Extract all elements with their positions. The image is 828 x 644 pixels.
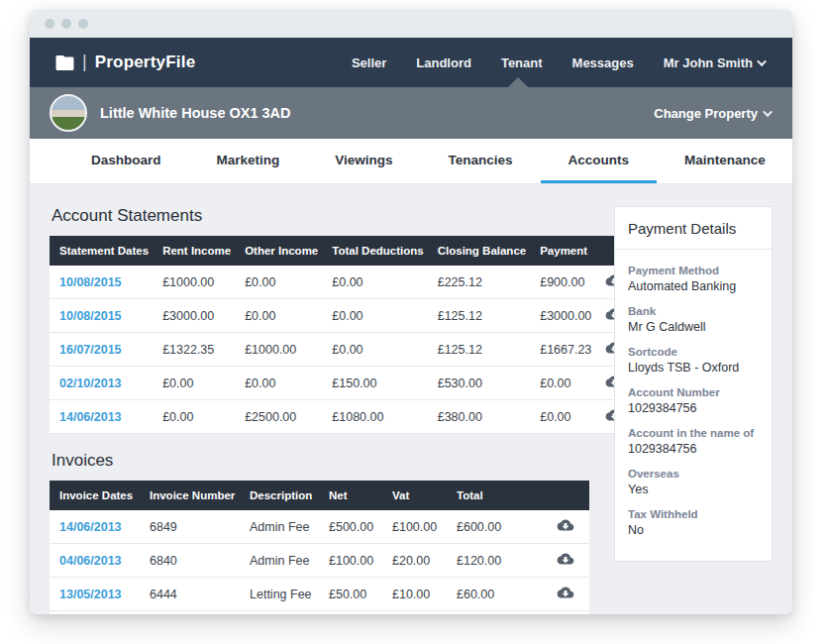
- total-deductions-value: £0.00: [324, 299, 429, 333]
- invoice-date-link[interactable]: 14/06/2013: [59, 520, 122, 534]
- window-control-dot[interactable]: [61, 19, 71, 29]
- statement-date-link[interactable]: 10/08/2015: [59, 275, 122, 289]
- invoices-header-row: Invoice Dates Invoice Number Description…: [50, 481, 589, 510]
- brand-logo[interactable]: | PropertyFile: [55, 53, 195, 72]
- tax-withheld-field: Tax Withheld No: [628, 508, 759, 537]
- col-invoice-dates: Invoice Dates: [50, 481, 142, 510]
- total-value: £120.00: [449, 544, 545, 578]
- total-value: £60.00: [449, 578, 545, 611]
- col-description: Description: [242, 481, 321, 510]
- payment-details-body: Payment Method Automated Banking Bank Mr…: [615, 250, 772, 561]
- statement-date-link[interactable]: 02/10/2013: [59, 376, 122, 390]
- nav-item-messages[interactable]: Messages: [572, 55, 634, 70]
- rent-income-value: £0.00: [155, 367, 237, 400]
- main-column: Account Statements Statement Dates Rent …: [50, 198, 589, 614]
- total-deductions-value: £150.00: [324, 367, 429, 400]
- description-value: Letting Fee: [242, 578, 321, 611]
- table-row: 13/05/2013 6443 Admin Fee £100.00 £20.00…: [50, 611, 589, 615]
- net-value: £50.00: [321, 578, 384, 611]
- tab-marketing[interactable]: Marketing: [189, 139, 308, 183]
- browser-window: | PropertyFile Seller Landlord Tenant Me…: [30, 10, 792, 614]
- nav-item-seller[interactable]: Seller: [352, 55, 386, 70]
- property-avatar[interactable]: [50, 94, 87, 132]
- other-income-value: £0.00: [237, 299, 324, 333]
- table-row: 10/08/2015 £3000.00 £0.00 £0.00 £125.12 …: [50, 299, 635, 333]
- tab-viewings[interactable]: Viewings: [307, 139, 420, 183]
- top-nav-menu: Seller Landlord Tenant Messages Mr John …: [352, 55, 767, 70]
- section-tabs: Dashboard Marketing Viewings Tenancies A…: [30, 139, 792, 184]
- field-value: Mr G Caldwell: [628, 320, 759, 334]
- property-name: Little White House OX1 3AD: [100, 105, 291, 121]
- net-value: £500.00: [321, 510, 384, 544]
- field-label: Payment Method: [628, 265, 759, 276]
- user-name: Mr John Smith: [664, 55, 753, 70]
- net-value: £100.00: [321, 544, 384, 578]
- table-row: 04/06/2013 6840 Admin Fee £100.00 £20.00…: [50, 544, 589, 578]
- user-menu[interactable]: Mr John Smith: [664, 55, 767, 70]
- statement-date-link[interactable]: 10/08/2015: [59, 309, 122, 323]
- property-bar: Little White House OX1 3AD Change Proper…: [30, 87, 792, 139]
- invoices-title: Invoices: [52, 451, 589, 471]
- rent-income-value: £0.00: [155, 400, 237, 434]
- vat-value: £20.00: [384, 611, 449, 615]
- nav-item-landlord[interactable]: Landlord: [416, 55, 471, 70]
- invoice-date-link[interactable]: 04/06/2013: [59, 554, 122, 568]
- table-row: 16/07/2015 £1322.35 £1000.00 £0.00 £125.…: [50, 333, 635, 367]
- change-property-button[interactable]: Change Property: [654, 106, 773, 121]
- invoice-number-value: 6840: [142, 544, 242, 578]
- other-income-value: £0.00: [237, 367, 324, 400]
- field-value: Lloyds TSB - Oxford: [628, 361, 759, 375]
- statement-date-link[interactable]: 16/07/2015: [59, 343, 122, 357]
- table-row: 10/08/2015 £1000.00 £0.00 £0.00 £225.12 …: [50, 266, 635, 299]
- vat-value: £20.00: [384, 544, 449, 578]
- col-download: [545, 481, 589, 510]
- chevron-down-icon: [763, 107, 773, 117]
- description-value: Admin Fee: [242, 510, 321, 544]
- payment-value: £1667.23: [532, 333, 597, 367]
- download-invoice-button[interactable]: [557, 586, 574, 599]
- invoice-number-value: 6443: [142, 611, 242, 615]
- tab-dashboard[interactable]: Dashboard: [63, 139, 189, 183]
- rent-income-value: £1322.35: [155, 333, 237, 367]
- download-invoice-button[interactable]: [557, 518, 574, 532]
- other-income-value: £1000.00: [237, 333, 324, 367]
- invoice-number-value: 6849: [142, 510, 242, 544]
- statement-date-link[interactable]: 14/06/2013: [59, 410, 122, 424]
- col-invoice-number: Invoice Number: [142, 481, 242, 510]
- description-value: Admin Fee: [242, 544, 321, 578]
- invoice-date-link[interactable]: 13/05/2013: [59, 588, 122, 601]
- payment-value: £900.00: [532, 266, 597, 299]
- table-row: 14/06/2013 6849 Admin Fee £500.00 £100.0…: [50, 510, 589, 544]
- payment-details-card: Payment Details Payment Method Automated…: [614, 206, 773, 562]
- brand-divider: |: [82, 52, 87, 72]
- field-label: Account Number: [628, 386, 759, 398]
- rent-income-value: £3000.00: [155, 299, 237, 333]
- page-background: | PropertyFile Seller Landlord Tenant Me…: [0, 0, 828, 644]
- window-control-dot[interactable]: [45, 19, 54, 29]
- tab-tenancies[interactable]: Tenancies: [421, 139, 541, 183]
- sortcode-field: Sortcode Lloyds TSB - Oxford: [628, 346, 759, 375]
- field-value: No: [628, 523, 759, 537]
- payment-details-title: Payment Details: [615, 207, 772, 250]
- col-vat: Vat: [384, 481, 449, 510]
- col-total-deductions: Total Deductions: [324, 236, 429, 266]
- payment-value: £0.00: [532, 400, 597, 434]
- window-control-dot[interactable]: [78, 19, 88, 29]
- other-income-value: £2500.00: [237, 400, 324, 434]
- download-invoice-button[interactable]: [557, 552, 574, 566]
- tab-accounts[interactable]: Accounts: [541, 139, 658, 183]
- total-deductions-value: £1080.00: [324, 400, 429, 434]
- nav-item-tenant[interactable]: Tenant: [501, 55, 543, 70]
- description-value: Admin Fee: [242, 611, 321, 615]
- payment-value: £3000.00: [532, 299, 597, 333]
- payment-value: £0.00: [532, 367, 597, 400]
- statements-table: Statement Dates Rent Income Other Income…: [50, 236, 635, 434]
- col-other-income: Other Income: [237, 236, 324, 266]
- table-row: 13/05/2013 6444 Letting Fee £50.00 £10.0…: [50, 578, 589, 611]
- total-deductions-value: £0.00: [324, 333, 429, 367]
- tab-maintenance[interactable]: Maintenance: [657, 139, 792, 183]
- net-value: £100.00: [321, 611, 384, 615]
- closing-balance-value: £125.12: [430, 333, 532, 367]
- field-value: Yes: [628, 483, 759, 496]
- account-name-field: Account in the name of 1029384756: [628, 427, 759, 456]
